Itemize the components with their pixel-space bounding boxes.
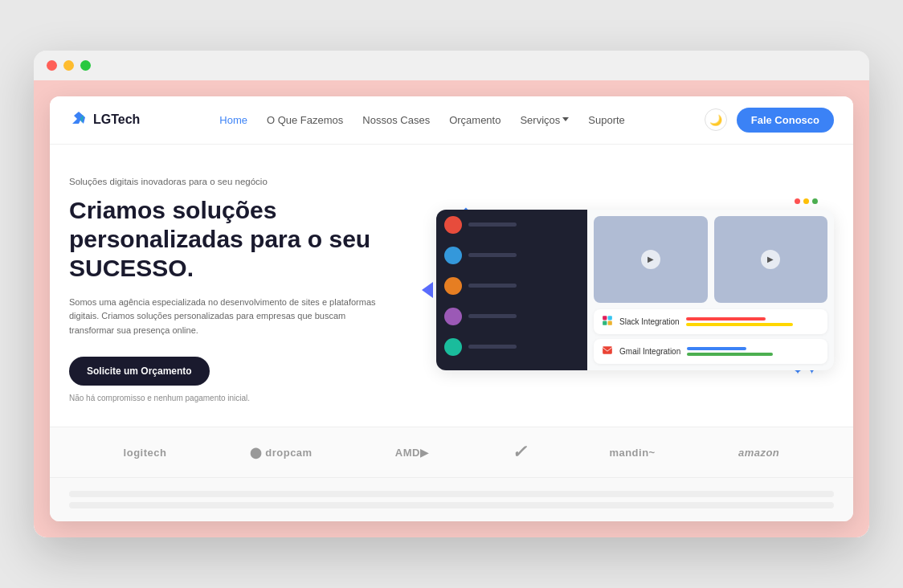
avatar: [444, 338, 462, 356]
hero-disclaimer: Não há compromisso e nenhum pagamento in…: [69, 394, 390, 402]
progress-bar: [686, 323, 793, 326]
brand-amd: AMD▶: [395, 447, 429, 459]
contact-button[interactable]: Fale Conosco: [737, 108, 834, 133]
avatar: [444, 247, 462, 264]
brand-logitech: logitech: [124, 447, 167, 459]
brands-bar: logitech ⬤ dropcam AMD▶ ✓ mandin~ amazon: [50, 427, 853, 477]
minimize-button-icon[interactable]: [63, 60, 74, 71]
slack-integration-card: Slack Integration: [594, 309, 827, 334]
dashboard-mockup: ▶ ▶: [436, 210, 834, 370]
svg-rect-1: [608, 316, 612, 320]
bottom-section: [50, 477, 853, 521]
logo[interactable]: LGTech: [69, 110, 140, 129]
sidebar-text-line: [468, 345, 517, 349]
pink-container: LGTech Home O Que Fazemos Nossos Cases O…: [34, 80, 869, 538]
dashboard-dots: [795, 198, 818, 204]
window-frame: LGTech Home O Que Fazemos Nossos Cases O…: [34, 51, 869, 538]
nav-budget[interactable]: Orçamento: [449, 114, 501, 126]
sidebar-item: [436, 240, 587, 271]
dashboard-video-row: ▶ ▶: [587, 210, 834, 309]
svg-rect-0: [603, 316, 607, 320]
hero-description: Somos uma agência especializada no desen…: [69, 296, 390, 338]
sidebar-item: [436, 332, 587, 362]
avatar: [444, 216, 462, 234]
play-button-icon: ▶: [641, 250, 660, 269]
svg-rect-4: [603, 346, 612, 353]
nav-links: Home O Que Fazemos Nossos Cases Orçament…: [219, 114, 625, 126]
services-chevron-icon: [562, 117, 569, 121]
slack-progress-bars: [686, 317, 819, 326]
dashboard-sidebar: [436, 210, 587, 370]
hero-title: Criamos soluções personalizadas para o s…: [69, 196, 390, 283]
gmail-integration-card: Gmail Integration: [594, 339, 827, 364]
dot-yellow: [803, 198, 809, 204]
avatar: [444, 277, 462, 295]
slack-label: Slack Integration: [619, 317, 680, 326]
arrow-left-icon: [422, 282, 433, 298]
integration-cards: Slack Integration: [587, 309, 834, 370]
svg-rect-2: [603, 321, 607, 325]
maximize-button-icon[interactable]: [80, 60, 91, 71]
brand-dropcam: ⬤ dropcam: [250, 447, 313, 459]
bottom-content-lines: [69, 491, 834, 508]
sidebar-item: [436, 271, 587, 301]
sidebar-text-line: [468, 253, 517, 257]
dark-mode-button[interactable]: 🌙: [705, 108, 727, 131]
nav-services[interactable]: Serviços: [520, 114, 569, 126]
brand-nike: ✓: [512, 442, 527, 463]
progress-bar: [686, 317, 766, 321]
content-line: [69, 502, 834, 508]
dashboard-right: ▶ ▶: [587, 210, 834, 370]
progress-bar: [687, 347, 746, 350]
sidebar-item: [436, 210, 587, 240]
sidebar-text-line: [468, 314, 517, 318]
logo-text: LGTech: [93, 112, 140, 127]
hero-right: ◆ ✦ ✦: [436, 210, 834, 370]
sidebar-text-line: [468, 284, 517, 288]
progress-bar: [687, 353, 773, 356]
avatar: [444, 308, 462, 325]
sidebar-item: [436, 301, 587, 332]
content-line: [69, 491, 834, 497]
video-card-2: ▶: [714, 216, 827, 303]
quote-button[interactable]: Solicite um Orçamento: [69, 357, 210, 386]
nav-what-we-do[interactable]: O Que Fazemos: [267, 114, 343, 126]
dot-green: [812, 198, 818, 204]
navbar: LGTech Home O Que Fazemos Nossos Cases O…: [50, 96, 853, 145]
hero-left: Soluções digitais inovadoras para o seu …: [69, 177, 390, 403]
svg-rect-3: [608, 321, 612, 325]
nav-right: 🌙 Fale Conosco: [705, 108, 834, 133]
nav-cases[interactable]: Nossos Cases: [362, 114, 430, 126]
gmail-label: Gmail Integration: [619, 347, 680, 356]
gmail-progress-bars: [687, 347, 819, 356]
video-card-1: ▶: [594, 216, 707, 303]
title-bar: [34, 51, 869, 80]
nav-home[interactable]: Home: [219, 114, 247, 126]
brand-amazon: amazon: [738, 447, 779, 459]
close-button-icon[interactable]: [47, 60, 57, 71]
play-button-icon: ▶: [761, 250, 780, 269]
nav-support[interactable]: Suporte: [588, 114, 625, 126]
brand-mandin: mandin~: [609, 447, 655, 459]
dot-red: [795, 198, 800, 204]
hero-section: Soluções digitais inovadoras para o seu …: [50, 145, 853, 427]
browser-window: LGTech Home O Que Fazemos Nossos Cases O…: [50, 96, 853, 522]
hero-subtitle: Soluções digitais inovadoras para o seu …: [69, 177, 390, 186]
sidebar-text-line: [468, 223, 517, 227]
